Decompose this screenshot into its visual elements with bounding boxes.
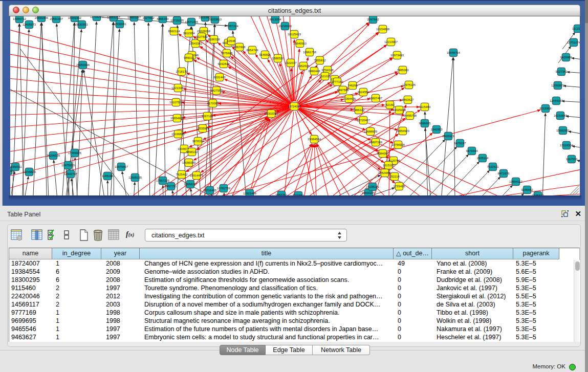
svg-text:11830245: 11830245	[362, 191, 375, 194]
svg-text:10654112: 10654112	[509, 180, 522, 183]
svg-text:4170082: 4170082	[207, 102, 219, 105]
svg-text:16640910: 16640910	[293, 42, 307, 45]
svg-text:7625402: 7625402	[176, 173, 188, 176]
svg-text:1527602: 1527602	[143, 16, 155, 19]
svg-text:14350011: 14350011	[10, 165, 22, 168]
svg-text:10973493: 10973493	[390, 54, 404, 57]
svg-text:10975853: 10975853	[61, 164, 75, 167]
svg-text:3624554: 3624554	[358, 91, 370, 94]
svg-text:10154808: 10154808	[376, 28, 390, 31]
svg-text:10688609: 10688609	[364, 130, 377, 133]
svg-text:7632621: 7632621	[487, 165, 499, 168]
svg-text:8427552: 8427552	[211, 89, 223, 92]
svg-text:10025438: 10025438	[393, 108, 406, 112]
svg-text:16033810: 16033810	[208, 18, 222, 21]
svg-text:1112384: 1112384	[572, 27, 580, 30]
svg-text:989013: 989013	[184, 56, 194, 59]
svg-text:10756928: 10756928	[391, 143, 405, 146]
svg-text:5498222: 5498222	[186, 150, 198, 154]
svg-text:10107553: 10107553	[169, 101, 183, 104]
svg-text:6497568: 6497568	[337, 89, 350, 92]
svg-text:29053346: 29053346	[76, 63, 90, 67]
svg-text:17957225: 17957225	[156, 179, 170, 182]
svg-text:1167533: 1167533	[566, 158, 578, 161]
svg-text:13546: 13546	[227, 39, 236, 42]
svg-text:20691406: 20691406	[35, 16, 49, 19]
svg-text:13535904: 13535904	[196, 127, 210, 130]
svg-text:1640953: 1640953	[431, 128, 443, 131]
svg-text:62160: 62160	[386, 103, 395, 106]
svg-text:25302033: 25302033	[265, 112, 278, 115]
svg-text:9699695: 9699695	[419, 122, 431, 125]
svg-text:14495798: 14495798	[403, 114, 417, 117]
svg-text:10975857: 10975857	[115, 165, 128, 168]
svg-text:6466160: 6466160	[157, 17, 169, 20]
svg-text:10807487: 10807487	[369, 97, 382, 100]
svg-text:12405573: 12405573	[23, 23, 36, 26]
svg-text:7986322: 7986322	[353, 108, 365, 112]
svg-text:1733426: 1733426	[394, 185, 406, 188]
svg-text:9630553: 9630553	[76, 23, 89, 26]
svg-text:15136141: 15136141	[366, 185, 379, 188]
svg-text:1145193: 1145193	[102, 174, 114, 178]
svg-text:2718170: 2718170	[176, 70, 188, 73]
svg-text:1362615: 1362615	[298, 64, 310, 68]
svg-text:10961758: 10961758	[303, 51, 317, 54]
svg-text:8813054: 8813054	[270, 18, 282, 21]
svg-text:18125419: 18125419	[288, 33, 301, 36]
svg-text:8454749: 8454749	[247, 49, 258, 52]
svg-text:26206526: 26206526	[47, 154, 60, 157]
svg-text:9474444: 9474444	[466, 149, 478, 152]
svg-text:3878334: 3878334	[192, 140, 205, 143]
svg-text:15751074: 15751074	[567, 41, 580, 44]
svg-text:16782759: 16782759	[217, 187, 230, 190]
svg-text:15716485: 15716485	[203, 189, 217, 192]
svg-text:16914479: 16914479	[190, 174, 203, 177]
svg-text:9794028: 9794028	[322, 69, 334, 72]
svg-text:12530051: 12530051	[113, 23, 126, 26]
svg-text:12213383: 12213383	[171, 86, 185, 90]
svg-text:20591407: 20591407	[50, 17, 63, 20]
svg-text:1615112: 1615112	[383, 164, 395, 167]
svg-text:7357224: 7357224	[227, 25, 239, 28]
svg-text:9657791: 9657791	[276, 193, 288, 195]
svg-text:12942737: 12942737	[64, 172, 77, 176]
svg-text:15692951: 15692951	[556, 129, 570, 132]
svg-text:19384554: 19384554	[308, 138, 321, 141]
svg-text:12905135: 12905135	[128, 176, 142, 179]
svg-text:9146821: 9146821	[259, 53, 271, 56]
svg-text:6990448: 6990448	[309, 70, 321, 73]
svg-text:12923448: 12923448	[243, 192, 257, 195]
svg-text:10654933: 10654933	[170, 117, 184, 120]
svg-text:10719155: 10719155	[170, 19, 184, 22]
svg-text:2087642: 2087642	[367, 18, 379, 21]
svg-text:9245613: 9245613	[532, 194, 545, 195]
svg-text:2867608: 2867608	[234, 46, 246, 49]
svg-text:8031443: 8031443	[214, 76, 226, 79]
svg-text:17359926: 17359926	[68, 151, 82, 155]
svg-text:9457791: 9457791	[165, 185, 177, 188]
svg-text:21364436: 21364436	[342, 97, 356, 100]
svg-text:10671355: 10671355	[185, 20, 199, 24]
svg-text:10653287: 10653287	[127, 16, 141, 19]
svg-text:18341992: 18341992	[68, 16, 81, 19]
svg-text:18807249: 18807249	[369, 141, 382, 144]
svg-text:1621022: 1621022	[319, 75, 331, 78]
svg-text:9227342: 9227342	[556, 70, 568, 73]
svg-text:9115460: 9115460	[419, 105, 431, 108]
svg-text:2935114: 2935114	[477, 157, 489, 160]
svg-text:252214: 252214	[389, 175, 400, 178]
svg-text:23226058: 23226058	[197, 30, 211, 33]
svg-text:12444157: 12444157	[550, 99, 563, 102]
svg-text:9463627: 9463627	[402, 98, 414, 101]
svg-text:5875685: 5875685	[221, 52, 233, 55]
svg-text:9245652: 9245652	[521, 188, 533, 191]
svg-text:19218906: 19218906	[278, 25, 292, 28]
svg-text:3267110: 3267110	[202, 115, 213, 118]
svg-text:15720407: 15720407	[357, 119, 370, 122]
svg-text:16210643: 16210643	[554, 114, 568, 117]
svg-text:14099349: 14099349	[182, 161, 195, 164]
svg-text:9429966: 9429966	[560, 56, 573, 59]
svg-text:1322037: 1322037	[285, 61, 297, 64]
svg-text:10853257: 10853257	[107, 16, 120, 19]
